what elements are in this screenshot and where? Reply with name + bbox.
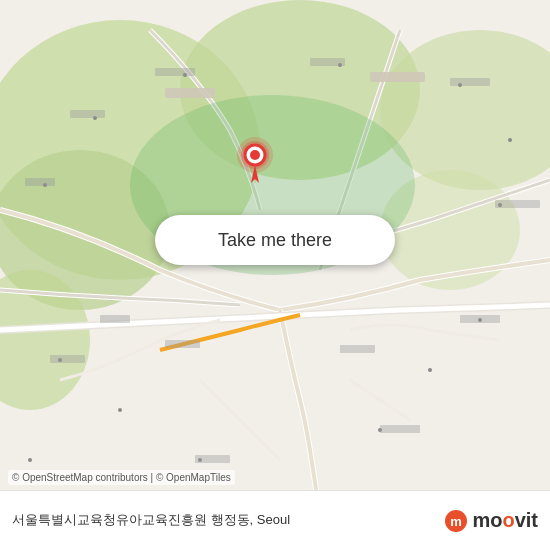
- svg-rect-23: [155, 68, 195, 76]
- svg-rect-22: [25, 178, 55, 186]
- svg-rect-31: [340, 345, 375, 353]
- svg-text:m: m: [451, 514, 463, 529]
- svg-point-20: [28, 458, 32, 462]
- svg-rect-30: [165, 340, 200, 348]
- svg-point-15: [428, 368, 432, 372]
- svg-rect-21: [70, 110, 105, 118]
- svg-point-12: [508, 138, 512, 142]
- svg-point-39: [250, 150, 260, 160]
- svg-rect-33: [195, 455, 230, 463]
- location-pin: [235, 135, 275, 189]
- moovit-logo: m moovit: [444, 509, 538, 533]
- take-me-there-button[interactable]: Take me there: [155, 215, 395, 265]
- svg-rect-34: [165, 88, 215, 98]
- map-container: Take me there © OpenStreetMap contributo…: [0, 0, 550, 550]
- svg-rect-28: [50, 355, 85, 363]
- moovit-brand-text: moovit: [472, 509, 538, 532]
- svg-rect-29: [100, 315, 130, 323]
- svg-point-18: [118, 408, 122, 412]
- svg-rect-32: [380, 425, 420, 433]
- svg-rect-25: [450, 78, 490, 86]
- map-attribution: © OpenStreetMap contributors | © OpenMap…: [8, 470, 235, 485]
- map-svg: [0, 0, 550, 550]
- bottom-info-bar: 서울특별시교육청유아교육진흥원 행정동, Seoul m moovit: [0, 490, 550, 550]
- svg-rect-26: [495, 200, 540, 208]
- svg-rect-24: [310, 58, 345, 66]
- svg-rect-27: [460, 315, 500, 323]
- svg-rect-35: [370, 72, 425, 82]
- place-name: 서울특별시교육청유아교육진흥원 행정동, Seoul: [12, 512, 444, 529]
- moovit-icon: m: [444, 509, 468, 533]
